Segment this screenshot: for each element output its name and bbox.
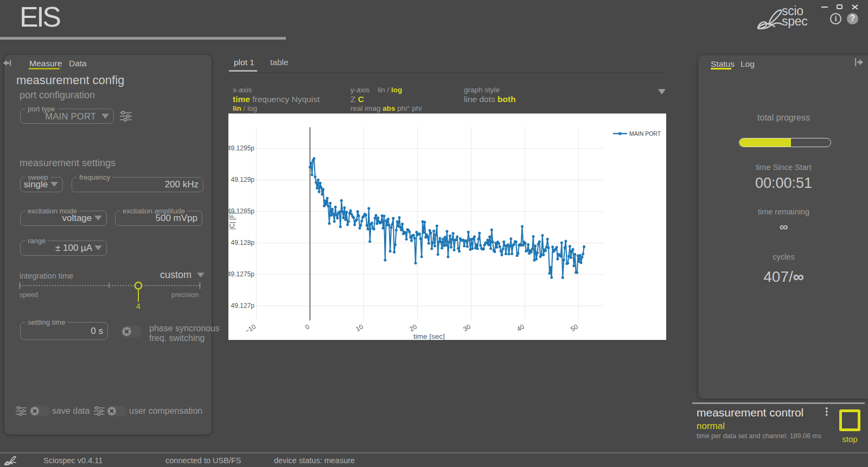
svg-text:time [sec]: time [sec] xyxy=(413,332,445,340)
svg-text:|C| [F]: |C| [F] xyxy=(228,212,236,230)
svg-text:49.127p: 49.127p xyxy=(231,302,255,310)
svg-text:4: 4 xyxy=(136,302,141,311)
svg-text:49.1275p: 49.1275p xyxy=(228,270,254,278)
svg-text:49.1295p: 49.1295p xyxy=(228,144,254,152)
svg-text:MAIN PORT: MAIN PORT xyxy=(629,130,661,137)
svg-text:49.128p: 49.128p xyxy=(231,239,255,247)
svg-text:49.129p: 49.129p xyxy=(231,176,255,184)
